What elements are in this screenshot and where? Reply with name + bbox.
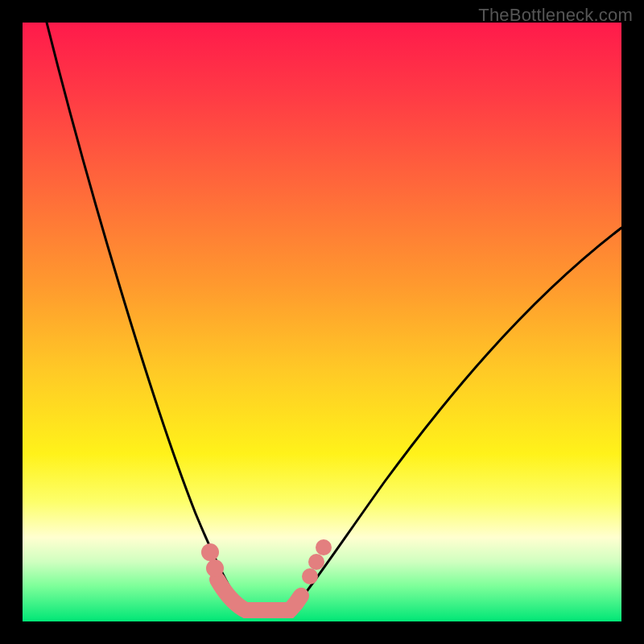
plot-area — [23, 23, 621, 621]
curve-layer — [23, 23, 621, 621]
curve-right-branch — [292, 228, 621, 610]
chart-frame: TheBottleneck.com — [0, 0, 644, 644]
watermark-text: TheBottleneck.com — [478, 5, 633, 26]
marker-dot-right-mid — [308, 554, 324, 570]
marker-dot-right-upper — [316, 539, 332, 555]
highlight-valley-segment — [217, 580, 301, 610]
marker-dot-left-lower — [206, 559, 224, 577]
marker-dot-left-upper — [201, 543, 219, 561]
curve-left-branch — [47, 23, 244, 610]
marker-dot-right-lower — [302, 568, 318, 584]
